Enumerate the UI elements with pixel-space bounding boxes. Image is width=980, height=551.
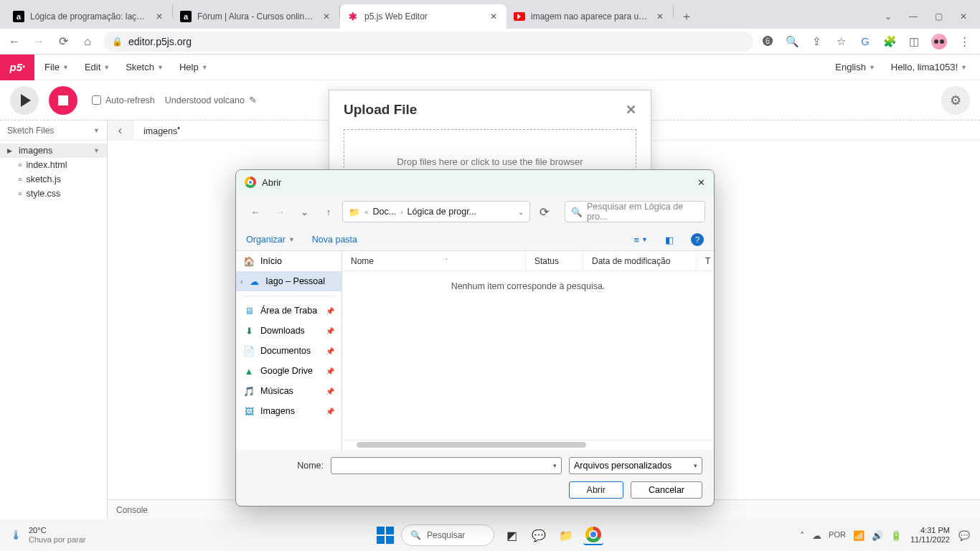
browser-tab-active[interactable]: ✱ p5.js Web Editor ✕ [340,4,507,29]
close-tab-icon[interactable]: ✕ [154,11,165,22]
menu-help[interactable]: Help▼ [179,62,208,72]
auto-refresh-checkbox[interactable] [92,95,101,105]
p5-logo[interactable]: p5* [0,55,34,80]
clock[interactable]: 4:31 PM11/11/2022 [910,526,950,545]
new-folder-button[interactable]: Nova pasta [312,235,357,245]
help-icon[interactable]: ? [691,233,704,246]
nav-up-icon[interactable]: ↑ [318,201,339,222]
dialog-search-input[interactable]: 🔍 Pesquisar em Lógica de pro... [565,201,705,222]
file-style-css[interactable]: ▫style.css [0,187,107,201]
sidebar-musicas[interactable]: 🎵Músicas📌 [236,381,341,401]
chat-icon[interactable]: 💬 [529,525,549,545]
sidebar-inicio[interactable]: 🏠Início [236,251,341,271]
open-file-tab[interactable]: imagens• [133,124,190,136]
file-explorer-icon[interactable]: 📁 [556,525,576,545]
file-options-icon[interactable]: ▼ [93,147,100,154]
home-icon[interactable]: ⌂ [79,33,96,50]
bookmark-icon[interactable]: ☆ [834,34,848,49]
browser-tab[interactable]: imagem nao aparece para uploa ✕ [507,4,673,29]
weather-widget[interactable]: 🌡 20°CChuva por parar [10,526,86,545]
translate-icon[interactable]: 🅖 [760,34,775,49]
path-breadcrumb[interactable]: 📁 « Doc... › Lógica de progr... ⌄ [342,201,530,222]
battery-icon[interactable]: 🔋 [890,530,902,541]
path-dropdown-icon[interactable]: ⌄ [518,208,524,216]
view-mode-icon[interactable]: ≡ ▼ [633,235,648,245]
minimize-icon[interactable]: — [909,11,918,22]
nav-back-icon[interactable]: ← [245,201,266,222]
close-tab-icon[interactable]: ✕ [321,11,332,22]
new-tab-button[interactable]: ＋ [677,6,697,27]
menu-file[interactable]: File▼ [44,62,69,72]
folder-arrow-icon: ▶ [7,147,14,154]
horizontal-scrollbar[interactable] [342,440,714,450]
dialog-close-icon[interactable]: ✕ [697,177,705,188]
play-button[interactable] [10,86,39,115]
refresh-icon[interactable]: ⟳ [533,205,555,219]
extensions-icon[interactable]: 🧩 [882,34,897,49]
nav-recent-icon[interactable]: ⌄ [293,201,315,222]
gtranslate-ext-icon[interactable]: G [858,34,872,49]
language-indicator[interactable]: POR [829,530,846,541]
close-tab-icon[interactable]: ✕ [654,11,666,22]
col-name[interactable]: Nome˄ [342,251,526,270]
caret-down-icon: ▼ [103,64,110,71]
close-modal-icon[interactable]: ✕ [626,102,636,118]
preview-pane-icon[interactable]: ◧ [665,235,674,245]
browser-tab[interactable]: a Fórum | Alura - Cursos online de ✕ [173,4,339,29]
col-type[interactable]: T [697,251,714,270]
file-tree: ▶imagens▼ ▫index.html ▫sketch.js ▫style.… [0,141,107,204]
menu-sketch[interactable]: Sketch▼ [126,62,164,72]
pencil-icon[interactable]: ✎ [249,95,257,105]
back-icon[interactable]: ← [6,33,23,50]
file-sketch-js[interactable]: ▫sketch.js [0,172,107,187]
wifi-icon[interactable]: 📶 [853,530,864,541]
filetype-select[interactable]: Arquivos personalizados▾ [569,457,702,474]
stop-button[interactable] [49,86,77,115]
folder-imagens[interactable]: ▶imagens▼ [0,143,107,158]
file-index-html[interactable]: ▫index.html [0,158,107,172]
images-icon: 🖼 [243,405,255,417]
sketch-name[interactable]: Understood volcano ✎ [165,95,257,105]
search-placeholder: Pesquisar em Lógica de pro... [587,202,699,222]
volume-icon[interactable]: 🔊 [872,530,883,541]
sidepanel-icon[interactable]: ◫ [907,34,921,49]
maximize-icon[interactable]: ▢ [935,11,943,22]
cancel-button[interactable]: Cancelar [631,481,702,499]
sidebar-imagens[interactable]: 🖼Imagens📌 [236,401,341,421]
menu-edit[interactable]: Edit▼ [85,62,110,72]
onedrive-tray-icon[interactable]: ☁ [812,530,821,541]
menu-icon[interactable]: ⋮ [957,34,971,49]
start-button[interactable] [377,527,394,544]
sidebar-desktop[interactable]: 🖥Área de Traba📌 [236,301,341,321]
language-selector[interactable]: English▼ [835,62,875,72]
sidebar-gdrive[interactable]: ▲Google Drive📌 [236,361,341,381]
organize-dropdown[interactable]: Organizar ▼ [246,235,295,245]
close-icon[interactable]: ✕ [960,11,967,22]
notifications-icon[interactable]: 💬 [958,530,970,541]
alura-favicon: a [180,11,192,22]
sidebar-downloads[interactable]: ⬇Downloads📌 [236,321,341,341]
user-menu[interactable]: Hello, lima1053!▼ [891,62,967,72]
address-bar[interactable]: 🔒 editor.p5js.org [103,32,753,52]
sidebar-pessoal[interactable]: ›☁Iago – Pessoal [236,271,341,291]
zoom-icon[interactable]: 🔍 [785,34,799,49]
sidebar-header[interactable]: Sketch Files▼ [0,121,107,141]
tray-chevron-icon[interactable]: ˄ [800,530,805,541]
share-icon[interactable]: ⇪ [809,34,824,49]
browser-tab[interactable]: a Lógica de programação: laços e l ✕ [6,4,172,29]
task-view-icon[interactable]: ◩ [501,525,522,545]
col-date[interactable]: Data de modificação [583,251,697,270]
chevron-down-icon[interactable]: ⌄ [885,11,892,22]
collapse-sidebar-button[interactable]: ‹ [108,121,133,141]
reload-icon[interactable]: ⟳ [55,33,72,50]
filename-input[interactable]: ▾ [331,457,562,474]
auto-refresh-toggle[interactable]: Auto-refresh [92,95,155,105]
chrome-taskbar-icon[interactable] [583,525,603,545]
taskbar-search[interactable]: 🔍Pesquisar [401,524,494,546]
col-status[interactable]: Status [526,251,583,270]
sidebar-documentos[interactable]: 📄Documentos📌 [236,341,341,361]
settings-button[interactable]: ⚙ [941,86,970,115]
open-button[interactable]: Abrir [569,481,623,499]
profile-avatar[interactable] [931,34,947,50]
close-tab-icon[interactable]: ✕ [488,11,499,22]
